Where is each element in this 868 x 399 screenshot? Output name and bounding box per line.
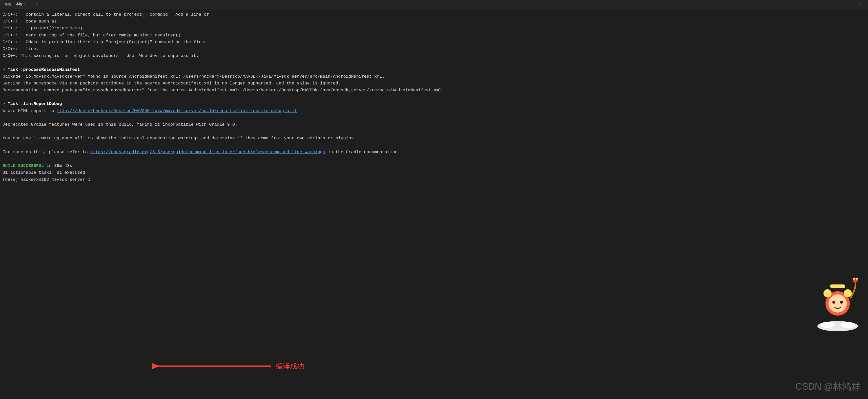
task-name: Task :processReleaseManifest (8, 67, 80, 72)
terminal-line: > Task :lintReportDebug (3, 101, 62, 106)
terminal-line: You can use '--warning-mode all' to show… (3, 136, 356, 141)
line-prefix: Wrote HTML report to (3, 108, 57, 113)
mascot-image (812, 268, 863, 334)
svg-point-4 (826, 291, 850, 315)
svg-point-3 (841, 322, 855, 328)
svg-point-13 (856, 278, 858, 280)
terminal-line: Wrote HTML report to file:///Users/hacke… (3, 108, 297, 113)
annotation-arrow: 编译成功 (152, 360, 304, 372)
task-prefix: > (3, 67, 8, 72)
build-time: in 39m 43s (44, 163, 72, 168)
annotation-text: 编译成功 (276, 361, 304, 372)
terminal-line: package="io.mavsdk.mavsdkserver" found i… (3, 74, 385, 79)
terminal-output[interactable]: C/C++: contain a literal, direct call to… (0, 9, 868, 186)
add-tab-icon[interactable]: + (30, 2, 32, 7)
svg-point-8 (824, 289, 832, 297)
tab-group-label: 终端 (2, 2, 14, 7)
build-success-text: BUILD SUCCESSFUL (3, 163, 44, 168)
svg-point-6 (832, 301, 835, 304)
terminal-line: BUILD SUCCESSFUL in 39m 43s (3, 163, 72, 168)
terminal-line: Deprecated Gradle features were used in … (3, 122, 237, 127)
svg-rect-10 (830, 285, 845, 288)
tab-local[interactable]: 本地 × (14, 0, 28, 9)
task-prefix: > (3, 101, 8, 106)
line-prefix: For more on this, please refer to (3, 150, 90, 155)
line-suffix: in the Gradle documentation. (325, 150, 400, 155)
chevron-down-icon[interactable]: ⌄ (36, 2, 38, 7)
svg-point-1 (817, 321, 858, 331)
svg-point-9 (844, 289, 852, 297)
terminal-line: C/C++: This warning is for project devel… (3, 53, 199, 58)
svg-point-5 (829, 294, 847, 312)
svg-point-11 (853, 278, 858, 283)
terminal-line: Recommendation: remove package="io.mavsd… (3, 88, 444, 93)
svg-point-12 (853, 278, 855, 280)
terminal-line: > Task :processReleaseManifest (3, 67, 80, 72)
terminal-prompt[interactable]: (base) hackerx@192 mavsdk_server % (3, 177, 93, 182)
terminal-line: C/C++: near the top of the file, but aft… (3, 33, 183, 38)
terminal-line: Setting the namespace via the package at… (3, 81, 341, 86)
file-link[interactable]: file:///Users/hackerx/Desktop/MAVSDK-Jav… (57, 108, 297, 113)
terminal-line: C/C++: project(ProjectName) (3, 26, 83, 31)
arrow-icon (152, 360, 273, 372)
tab-label: 本地 (16, 2, 22, 7)
terminal-line: 81 actionable tasks: 81 executed (3, 170, 85, 175)
tab-bar: 终端 本地 × + ⌄ ⋯ (0, 0, 868, 9)
terminal-line: C/C++: line. (3, 46, 39, 51)
task-name: Task :lintReportDebug (8, 101, 62, 106)
terminal-line: For more on this, please refer to https:… (3, 150, 400, 155)
svg-point-7 (840, 301, 843, 304)
more-icon[interactable]: ⋯ (860, 2, 863, 7)
close-icon[interactable]: × (24, 2, 26, 7)
terminal-line: C/C++: code such as (3, 19, 57, 24)
url-link[interactable]: https://docs.gradle.org/8.5/userguide/co… (90, 150, 325, 155)
svg-point-2 (820, 322, 835, 328)
terminal-line: C/C++: CMake is pretending there is a "p… (3, 40, 207, 44)
watermark-text: CSDN @林鸿群 (795, 379, 860, 394)
terminal-line: C/C++: contain a literal, direct call to… (3, 12, 209, 17)
